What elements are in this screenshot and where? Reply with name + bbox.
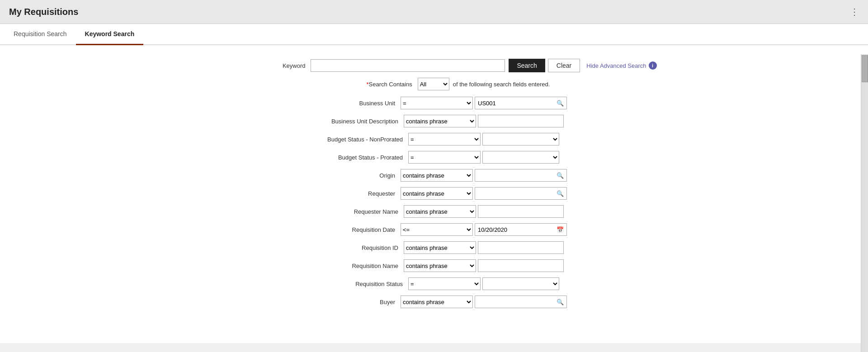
value-requisition-name[interactable]: [478, 259, 564, 272]
value-business-unit[interactable]: [475, 97, 554, 109]
value-requisition-id[interactable]: [478, 241, 564, 254]
field-row-requisition-id: Requisition ID contains phrase = begins …: [9, 241, 859, 254]
field-row-business-unit: Business Unit = contains phrase begins w…: [9, 97, 859, 109]
calendar-requisition-date[interactable]: 📅: [554, 223, 567, 236]
input-group-business-unit: 🔍: [475, 97, 567, 109]
lookup-buyer[interactable]: 🔍: [554, 296, 567, 308]
input-group-origin: 🔍: [475, 169, 567, 182]
field-row-budget-nonprorated: Budget Status - NonProrated = contains p…: [9, 133, 859, 145]
value-budget-prorated[interactable]: [482, 151, 559, 164]
field-row-requisition-date: Requisition Date <= = >= < > between 📅: [9, 223, 859, 236]
field-row-requester: Requester contains phrase = begins with …: [9, 187, 859, 200]
operator-requester-name[interactable]: contains phrase = begins with: [404, 205, 476, 218]
field-group-budget-nonprorated: = contains phrase begins with: [408, 133, 559, 145]
hide-advanced-search-link[interactable]: Hide Advanced Search: [586, 62, 646, 69]
info-icon[interactable]: i: [649, 61, 657, 70]
operator-business-unit[interactable]: = contains phrase begins with: [401, 97, 473, 109]
field-row-buyer: Buyer contains phrase = begins with 🔍: [9, 296, 859, 308]
field-group-buyer: contains phrase = begins with 🔍: [401, 296, 567, 308]
operator-bu-description[interactable]: contains phrase = begins with: [404, 115, 476, 127]
field-group-requester-name: contains phrase = begins with: [404, 205, 564, 218]
value-requester-name[interactable]: [478, 205, 564, 218]
field-row-requester-name: Requester Name contains phrase = begins …: [9, 205, 859, 218]
tab-keyword-search[interactable]: Keyword Search: [76, 24, 144, 45]
label-origin: Origin: [301, 172, 401, 179]
operator-requisition-id[interactable]: contains phrase = begins with: [404, 241, 476, 254]
keyword-label: Keyword: [211, 62, 311, 69]
field-group-requester: contains phrase = begins with 🔍: [401, 187, 567, 200]
field-row-bu-description: Business Unit Description contains phras…: [9, 115, 859, 127]
app-title: My Requisitions: [9, 7, 78, 17]
search-button[interactable]: Search: [509, 59, 545, 72]
lookup-requester[interactable]: 🔍: [554, 187, 567, 200]
input-group-requester: 🔍: [475, 187, 567, 200]
label-requester: Requester: [301, 190, 401, 197]
keyword-row: Keyword Search Clear Hide Advanced Searc…: [9, 59, 859, 72]
field-group-requisition-date: <= = >= < > between 📅: [401, 223, 567, 236]
value-buyer[interactable]: [475, 296, 554, 308]
menu-icon[interactable]: ⋮: [850, 6, 859, 17]
operator-requester[interactable]: contains phrase = begins with: [401, 187, 473, 200]
keyword-input[interactable]: [311, 59, 505, 72]
input-group-requisition-date: 📅: [475, 223, 567, 236]
value-budget-nonprorated[interactable]: [482, 133, 559, 145]
field-row-requisition-status: Requisition Status = contains phrase beg…: [9, 277, 859, 290]
field-row-budget-prorated: Budget Status - Prorated = contains phra…: [9, 151, 859, 164]
search-form: Keyword Search Clear Hide Advanced Searc…: [0, 54, 868, 318]
value-requisition-date[interactable]: [475, 223, 554, 236]
label-requisition-status: Requisition Status: [309, 281, 408, 287]
field-group-bu-description: contains phrase = begins with: [404, 115, 564, 127]
label-budget-prorated: Budget Status - Prorated: [309, 154, 408, 161]
field-group-business-unit: = contains phrase begins with 🔍: [401, 97, 567, 109]
operator-budget-nonprorated[interactable]: = contains phrase begins with: [408, 133, 481, 145]
label-requisition-id: Requisition ID: [304, 244, 404, 251]
field-row-requisition-name: Requisition Name contains phrase = begin…: [9, 259, 859, 272]
tab-requisition-search[interactable]: Requisition Search: [5, 24, 76, 45]
operator-requisition-name[interactable]: contains phrase = begins with: [404, 259, 476, 272]
search-contains-label: *Search Contains: [318, 81, 418, 88]
field-group-origin: contains phrase = begins with 🔍: [401, 169, 567, 182]
field-row-origin: Origin contains phrase = begins with 🔍: [9, 169, 859, 182]
input-group-buyer: 🔍: [475, 296, 567, 308]
search-contains-suffix: of the following search fields entered.: [453, 81, 550, 88]
main-content: Keyword Search Clear Hide Advanced Searc…: [0, 45, 868, 343]
label-budget-nonprorated: Budget Status - NonProrated: [309, 136, 408, 143]
value-bu-description[interactable]: [478, 115, 564, 127]
label-requisition-name: Requisition Name: [304, 263, 404, 269]
search-contains-row: *Search Contains All Any of the followin…: [9, 78, 859, 90]
search-contains-select[interactable]: All Any: [418, 78, 449, 90]
field-group-requisition-id: contains phrase = begins with: [404, 241, 564, 254]
label-business-unit: Business Unit: [301, 100, 401, 107]
clear-button[interactable]: Clear: [548, 59, 580, 72]
tabs-bar: Requisition Search Keyword Search: [0, 24, 868, 45]
operator-buyer[interactable]: contains phrase = begins with: [401, 296, 473, 308]
field-group-requisition-status: = contains phrase begins with: [408, 277, 559, 290]
label-requisition-date: Requisition Date: [301, 226, 401, 233]
operator-budget-prorated[interactable]: = contains phrase begins with: [408, 151, 481, 164]
app-header: My Requisitions ⋮: [0, 0, 868, 24]
lookup-origin[interactable]: 🔍: [554, 169, 567, 182]
field-group-budget-prorated: = contains phrase begins with: [408, 151, 559, 164]
value-origin[interactable]: [475, 169, 554, 182]
label-buyer: Buyer: [301, 299, 401, 305]
value-requisition-status[interactable]: [482, 277, 559, 290]
lookup-business-unit[interactable]: 🔍: [554, 97, 567, 109]
operator-origin[interactable]: contains phrase = begins with: [401, 169, 473, 182]
value-requester[interactable]: [475, 187, 554, 200]
operator-requisition-date[interactable]: <= = >= < > between: [401, 223, 473, 236]
scrollbar-thumb[interactable]: [862, 55, 868, 82]
scrollbar[interactable]: [861, 54, 868, 343]
operator-requisition-status[interactable]: = contains phrase begins with: [408, 277, 481, 290]
label-bu-description: Business Unit Description: [304, 118, 404, 125]
field-group-requisition-name: contains phrase = begins with: [404, 259, 564, 272]
label-requester-name: Requester Name: [304, 208, 404, 215]
